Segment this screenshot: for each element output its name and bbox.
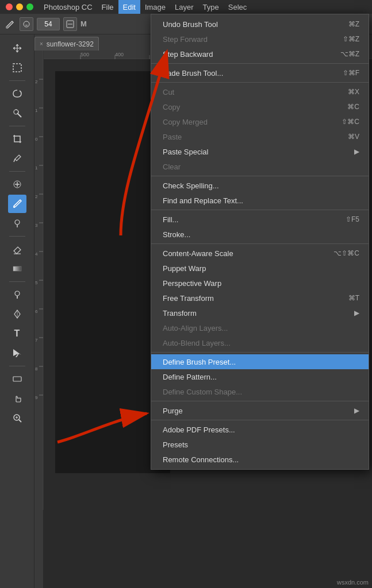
menu-sep-6: [151, 352, 369, 353]
menu-sep-8: [151, 420, 369, 420]
menu-sep-2: [151, 82, 369, 83]
menu-item-cut-shortcut: ⌘X: [348, 88, 359, 96]
svg-point-12: [15, 220, 20, 225]
menu-item-paste: Paste ⌘V: [151, 129, 369, 144]
menu-item-undo-brush[interactable]: Undo Brush Tool ⌘Z: [151, 17, 369, 32]
menu-item-define-brush-preset-label: Define Brush Preset...: [163, 358, 236, 366]
menu-photoshop[interactable]: Photoshop CC: [39, 0, 97, 14]
menu-item-paste-special[interactable]: Paste Special ▶: [151, 144, 369, 159]
tool-crop[interactable]: [8, 130, 26, 148]
toolbar-separator-1: [9, 80, 25, 81]
brush-preset-picker[interactable]: [20, 17, 33, 31]
tool-brush[interactable]: [8, 195, 26, 213]
tool-zoom[interactable]: [8, 409, 26, 427]
vruler-2: 1: [35, 108, 37, 113]
menu-item-define-custom-shape: Define Custom Shape...: [151, 384, 369, 399]
menu-bar: Photoshop CC File Edit Image Layer Type …: [0, 0, 372, 14]
brush-size-input[interactable]: [37, 18, 60, 30]
svg-point-11: [13, 206, 15, 208]
menu-item-perspective-warp-label: Perspective Warp: [163, 279, 221, 288]
vruler-10: 7: [35, 338, 37, 343]
menu-item-remote-connections[interactable]: Remote Connections...: [151, 452, 369, 467]
menu-item-cut: Cut ⌘X: [151, 84, 369, 99]
tool-marquee[interactable]: [8, 59, 26, 77]
tool-dodge[interactable]: [8, 285, 26, 304]
menu-item-fade-brush-label: Fade Brush Tool...: [163, 69, 223, 78]
menu-item-content-aware-scale[interactable]: Content-Aware Scale ⌥⇧⌘C: [151, 246, 369, 261]
menu-image[interactable]: Image: [140, 0, 170, 14]
mode-label: M: [80, 20, 87, 28]
menu-item-presets-label: Presets: [163, 440, 188, 449]
menu-item-copy-label: Copy: [163, 103, 180, 111]
menu-item-check-spelling[interactable]: Check Spelling...: [151, 178, 369, 193]
menu-item-transform[interactable]: Transform ▶: [151, 305, 369, 320]
menu-item-fade-brush[interactable]: Fade Brush Tool... ⇧⌘F: [151, 65, 369, 80]
menu-item-stroke[interactable]: Stroke...: [151, 227, 369, 242]
vruler-6: 3: [35, 223, 37, 228]
tool-gradient[interactable]: [8, 260, 26, 278]
tab-close-button[interactable]: ×: [40, 41, 43, 47]
menu-item-fade-brush-shortcut: ⇧⌘F: [343, 69, 359, 77]
menu-item-purge[interactable]: Purge ▶: [151, 403, 369, 418]
tab-title: sunflower-3292: [47, 40, 94, 48]
menu-item-step-backward-label: Step Backward: [163, 50, 213, 59]
brush-options-icon[interactable]: [63, 17, 77, 31]
menu-item-auto-align-label: Auto-Align Layers...: [163, 324, 228, 332]
menu-file[interactable]: File: [97, 0, 118, 14]
menu-item-clear: Clear: [151, 159, 369, 174]
menu-item-define-custom-shape-label: Define Custom Shape...: [163, 388, 242, 396]
tool-healing[interactable]: [8, 175, 26, 194]
purge-arrow-icon: ▶: [354, 407, 359, 415]
svg-rect-4: [13, 64, 21, 72]
menu-item-puppet-warp[interactable]: Puppet Warp: [151, 261, 369, 276]
vruler-11: 8: [35, 366, 37, 372]
toolbar: T: [0, 34, 34, 588]
menu-item-auto-blend: Auto-Blend Layers...: [151, 335, 369, 350]
tool-pen[interactable]: [8, 305, 26, 323]
document-tab[interactable]: × sunflower-3292: [34, 37, 99, 51]
tool-clone-stamp[interactable]: [8, 214, 26, 233]
svg-line-21: [19, 420, 21, 422]
tool-eraser[interactable]: [8, 240, 26, 258]
menu-item-perspective-warp[interactable]: Perspective Warp: [151, 276, 369, 291]
tool-text[interactable]: T: [8, 324, 26, 343]
menu-select[interactable]: Selec: [224, 0, 252, 14]
transform-arrow-icon: ▶: [354, 309, 359, 317]
menu-item-define-brush-preset[interactable]: Define Brush Preset...: [151, 354, 369, 369]
menu-item-cut-label: Cut: [163, 88, 174, 96]
tool-path-select[interactable]: [8, 344, 26, 362]
close-button[interactable]: [6, 3, 13, 10]
menu-item-free-transform[interactable]: Free Transform ⌘T: [151, 291, 369, 305]
menu-item-paste-shortcut: ⌘V: [348, 133, 359, 141]
toolbar-separator-4: [9, 236, 25, 237]
menu-item-remote-connections-label: Remote Connections...: [163, 455, 239, 464]
tool-eyedropper[interactable]: [8, 149, 26, 168]
menu-item-presets[interactable]: Presets: [151, 437, 369, 452]
tool-magic-wand[interactable]: [8, 104, 26, 122]
tool-shape[interactable]: [8, 370, 26, 388]
menu-item-define-pattern[interactable]: Define Pattern...: [151, 369, 369, 384]
menu-item-copy-merged-label: Copy Merged: [163, 118, 208, 126]
menu-layer[interactable]: Layer: [170, 0, 198, 14]
menu-item-fill-label: Fill...: [163, 215, 178, 224]
tool-lasso[interactable]: [8, 84, 26, 103]
menu-item-step-backward[interactable]: Step Backward ⌥⌘Z: [151, 47, 369, 61]
paste-special-arrow-icon: ▶: [354, 148, 359, 156]
menu-item-find-replace[interactable]: Find and Replace Text...: [151, 193, 369, 208]
svg-point-6: [14, 110, 18, 114]
tool-move[interactable]: [8, 39, 26, 57]
svg-point-0: [6, 26, 8, 29]
menu-item-clear-label: Clear: [163, 163, 181, 171]
menu-item-adobe-pdf-presets[interactable]: Adobe PDF Presets...: [151, 422, 369, 437]
menu-type[interactable]: Type: [198, 0, 224, 14]
menu-item-copy-merged: Copy Merged ⇧⌘C: [151, 114, 369, 129]
svg-point-1: [24, 21, 29, 27]
menu-item-step-forward-label: Step Forward: [163, 35, 208, 44]
menu-edit[interactable]: Edit: [118, 0, 140, 14]
tool-hand[interactable]: [8, 389, 26, 408]
menu-item-fill[interactable]: Fill... ⇧F5: [151, 212, 369, 227]
menu-item-step-forward-shortcut: ⇧⌘Z: [343, 35, 359, 43]
minimize-button[interactable]: [16, 3, 23, 10]
menu-item-define-pattern-label: Define Pattern...: [163, 373, 217, 381]
maximize-button[interactable]: [26, 3, 33, 10]
